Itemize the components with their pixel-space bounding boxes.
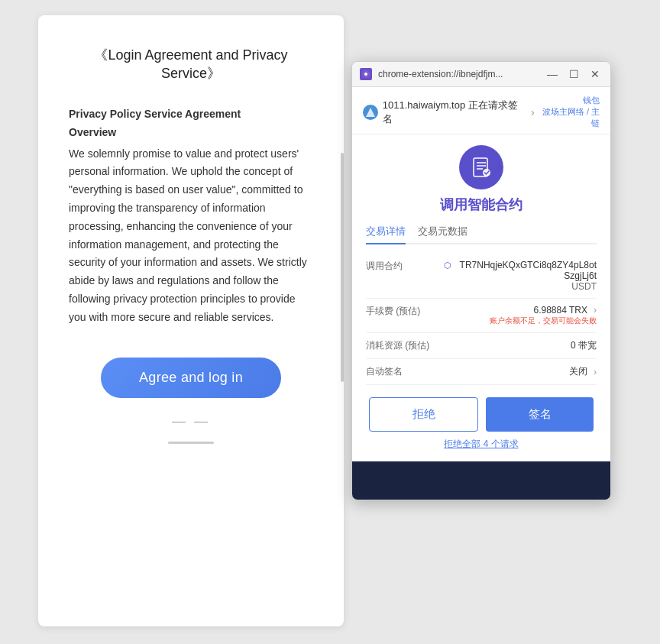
fee-chevron: › (594, 305, 597, 316)
tab-transaction-meta[interactable]: 交易元数据 (418, 225, 467, 244)
popup-tabs: 交易详情 交易元数据 (366, 225, 597, 244)
agreement-panel: 《Login Agreement and Privacy Service》 Pr… (38, 15, 344, 626)
autosign-value: 关闭 › (569, 365, 597, 378)
separator (168, 442, 214, 444)
scrollbar[interactable] (341, 153, 344, 382)
autosign-chevron: › (594, 367, 597, 377)
wallet-info: 钱包 波场主网络 / 主链 (535, 95, 600, 129)
site-icon (363, 105, 378, 120)
reject-all-link[interactable]: 拒绝全部 4 个请求 (366, 438, 597, 451)
agreement-content: Privacy Policy Service Agreement Overvie… (69, 105, 313, 327)
detail-row-resource: 消耗资源 (预估) 0 带宽 (366, 333, 597, 359)
resource-label: 消耗资源 (预估) (366, 339, 435, 352)
detail-row-fee: 手续费 (预估) 6.98884 TRX › 账户余额不足，交易可能会失败 (366, 299, 597, 333)
reject-button[interactable]: 拒绝 (369, 397, 478, 432)
agree-login-button[interactable]: Agree and log in (101, 358, 281, 398)
chrome-extension-popup: chrome-extension://ibnejdfjm... — ☐ ✕ 10… (351, 61, 611, 500)
popup-titlebar: chrome-extension://ibnejdfjm... — ☐ ✕ (352, 62, 610, 87)
fee-amount: 6.98884 TRX › (534, 305, 597, 316)
tab-transaction-details[interactable]: 交易详情 (366, 225, 406, 244)
detail-row-autosign: 自动签名 关闭 › (366, 359, 597, 385)
wallet-label: 钱包 (535, 95, 600, 106)
contract-title: 调用智能合约 (366, 196, 597, 214)
extension-favicon (360, 68, 372, 80)
agreement-body: We solemnly promise to value and protect… (69, 145, 313, 327)
detail-row-contract: 调用合约 ⬡ TR7NHqjeKQxGTCi8q8ZY4pL8otSzgjLj6… (366, 254, 597, 299)
popup-actions: 拒绝 签名 (366, 397, 597, 432)
fee-label: 手续费 (预估) (366, 305, 426, 318)
svg-point-6 (483, 169, 490, 176)
site-text: 1011.haiwaiym.top 正在请求签名 (383, 99, 526, 126)
sign-button[interactable]: 签名 (486, 397, 594, 432)
restore-button[interactable]: ☐ (566, 66, 581, 82)
contract-address: ⬡ TR7NHqjeKQxGTCi8q8ZY4pL8otSzgjLj6t USD… (444, 260, 597, 292)
fee-value-col: 6.98884 TRX › 账户余额不足，交易可能会失败 (490, 305, 597, 326)
popup-url: chrome-extension://ibnejdfjm... (378, 69, 539, 79)
titlebar-controls: — ☐ ✕ (545, 66, 603, 82)
bottom-dots: — — (69, 413, 313, 429)
close-button[interactable]: ✕ (587, 66, 603, 82)
resource-value: 0 带宽 (571, 339, 597, 352)
svg-point-1 (364, 73, 367, 76)
contract-addr-icon: ⬡ (444, 261, 451, 270)
agreement-title: 《Login Agreement and Privacy Service》 (69, 46, 313, 83)
section-heading: Privacy Policy Service Agreement Overvie… (69, 105, 313, 142)
popup-bottom-bar (352, 461, 610, 500)
contract-label: 调用合约 (366, 260, 409, 273)
fee-error: 账户余额不足，交易可能会失败 (490, 316, 597, 326)
contract-icon-wrap (366, 145, 597, 189)
popup-body: 调用智能合约 交易详情 交易元数据 调用合约 ⬡ TR7NHqjeKQxGTCi… (352, 134, 610, 461)
contract-addr-text: TR7NHqjeKQxGTCi8q8ZY4pL8otSzgjLj6t USDT (455, 260, 597, 292)
contract-icon (459, 145, 503, 189)
minimize-button[interactable]: — (545, 66, 560, 82)
wallet-network: 波场主网络 / 主链 (535, 106, 600, 129)
popup-header: 1011.haiwaiym.top 正在请求签名 › 钱包 波场主网络 / 主链 (352, 87, 610, 134)
autosign-label: 自动签名 (366, 365, 409, 378)
site-info: 1011.haiwaiym.top 正在请求签名 › (363, 99, 535, 126)
